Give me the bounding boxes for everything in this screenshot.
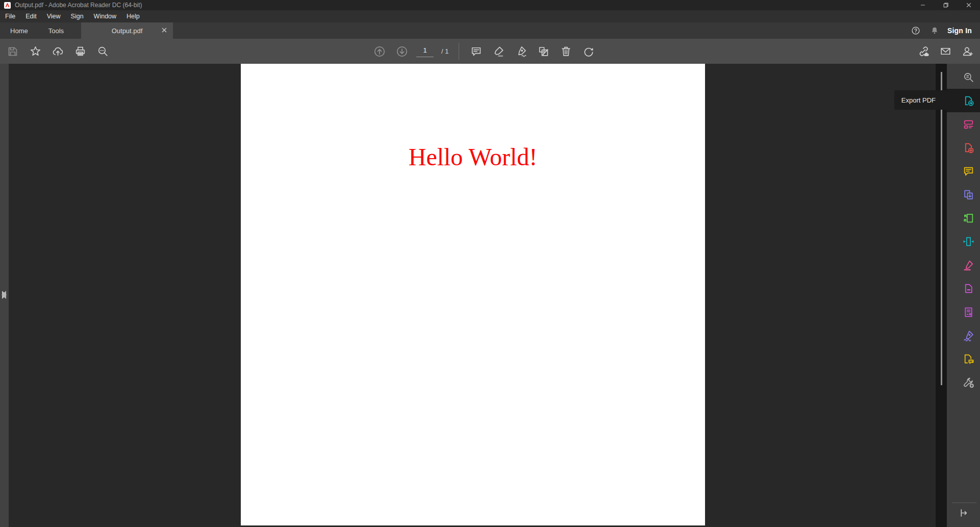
print-button[interactable] [71,43,89,60]
rail-tool-protect-pdf[interactable] [947,277,980,300]
tab-document-label: Output.pdf [112,27,143,35]
protect-pdf-icon [963,283,974,294]
rail-tool-edit-pdf[interactable] [947,112,980,136]
edit-pdf-icon [963,118,974,130]
help-icon[interactable] [910,24,922,37]
fill-and-sign-icon [963,330,974,341]
restore-button[interactable] [934,0,957,10]
export-pdf-icon [963,95,974,107]
vertical-scrollbar-track[interactable] [936,64,947,527]
acrobat-logo-icon [4,2,11,9]
previous-page-button[interactable] [371,43,388,60]
pdf-text: Hello World! [241,143,705,171]
tab-document[interactable]: Output.pdf [81,22,173,39]
menu-file[interactable]: File [0,10,20,22]
menu-edit[interactable]: Edit [20,10,42,22]
redact-icon [963,259,974,271]
share-with-people-button[interactable] [959,43,976,60]
rail-tool-redact[interactable] [947,253,980,277]
collapse-rail-button[interactable] [958,508,969,518]
combine-files-icon [963,189,974,200]
close-button[interactable] [957,0,980,10]
rail-tool-prepare-form[interactable] [947,300,980,323]
rail-tool-organize-pages[interactable] [947,206,980,230]
titlebar: Output.pdf - Adobe Acrobat Reader DC (64… [0,0,980,10]
minimize-button[interactable] [911,0,934,10]
rail-tool-compress-pdf[interactable] [947,230,980,253]
delete-pages-button[interactable] [557,43,574,60]
sign-in-button[interactable]: Sign In [947,27,972,35]
save-button[interactable] [4,43,21,60]
toolbar: 1 / 1 [0,39,980,64]
rail-tool-fill-and-sign[interactable] [947,323,980,347]
comment-icon [963,165,974,177]
find-text-icon [963,71,974,83]
rail-tool-find-text[interactable] [947,65,980,89]
tab-tools[interactable]: Tools [38,22,74,39]
share-link-button[interactable] [915,43,932,60]
email-button[interactable] [937,43,954,60]
comment-button[interactable] [467,43,485,60]
find-zoom-button[interactable] [94,43,111,60]
acrobat-reader-window: Output.pdf - Adobe Acrobat Reader DC (64… [0,0,980,527]
menu-help[interactable]: Help [121,10,145,22]
rotate-pages-button[interactable] [580,43,597,60]
vertical-scrollbar-thumb[interactable] [941,72,942,385]
window-title: Output.pdf - Adobe Acrobat Reader DC (64… [15,2,142,9]
collapse-tools-pane-arrow-icon[interactable] [2,291,6,299]
next-page-button[interactable] [393,43,411,60]
compress-pdf-icon [963,236,974,247]
menu-sign[interactable]: Sign [66,10,89,22]
fill-sign-pen-button[interactable] [512,43,530,60]
notifications-bell-icon[interactable] [930,26,939,35]
menu-view[interactable]: View [42,10,66,22]
toolbar-divider [459,43,459,60]
rail-tool-comment[interactable] [947,159,980,183]
menu-window[interactable]: Window [89,10,121,22]
tools-rail [947,64,980,527]
send-for-comments-icon [963,353,974,365]
export-pdf-tooltip: Export PDF [894,90,947,110]
pdf-page: Hello World! [241,64,705,525]
rail-tool-create-pdf[interactable] [947,136,980,159]
rail-tool-export-pdf[interactable] [947,89,980,112]
tab-close-icon[interactable] [162,28,167,33]
highlight-button[interactable] [490,43,507,60]
rail-tool-send-for-comments[interactable] [947,347,980,370]
tabbar: Home Tools Output.pdf Sign In [0,22,980,39]
create-pdf-icon [963,142,974,154]
organize-pages-icon [963,212,974,224]
menubar: File Edit View Sign Window Help [0,10,980,22]
prepare-form-icon [963,306,974,318]
rail-divider [952,503,976,503]
tab-home[interactable]: Home [0,22,38,39]
rail-tool-combine-files[interactable] [947,183,980,206]
cloud-upload-button[interactable] [49,43,66,60]
favorite-star-button[interactable] [27,43,44,60]
page-count-label: / 1 [441,47,448,55]
page-number-input[interactable]: 1 [416,46,434,57]
rail-tool-more-tools[interactable] [947,370,980,394]
collapse-rail-icon [958,508,969,518]
stamp-edit-button[interactable] [535,43,552,60]
more-tools-icon [963,377,974,388]
